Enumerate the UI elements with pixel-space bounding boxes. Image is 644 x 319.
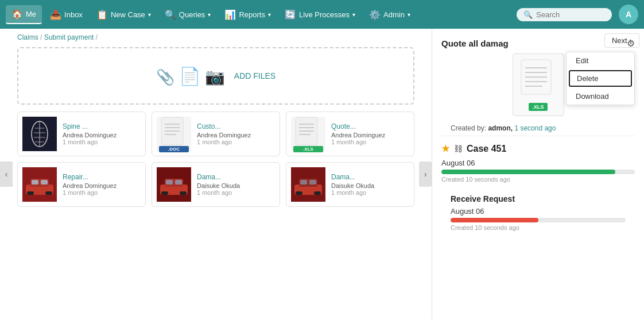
add-files-label: ADD FILES [234, 71, 276, 80]
doc-svg [159, 116, 189, 151]
context-menu-delete[interactable]: Delete [569, 70, 632, 87]
nav-item-inbox[interactable]: 📥 Inbox [44, 6, 88, 24]
file-author-spine: Andrea Dominguez [63, 132, 141, 139]
navbar: 🏠 Me 📥 Inbox 📋 New Case ▾ 🔍 Queries ▾ 📊 … [0, 0, 644, 29]
timeline-time-1: Created 10 seconds ago [441, 176, 635, 183]
context-menu-download[interactable]: Download [567, 88, 634, 105]
inbox-icon: 📥 [50, 9, 61, 20]
nav-label-reports: Reports [239, 10, 265, 19]
breadcrumb-submit-payment[interactable]: Submit payment [44, 33, 94, 41]
context-menu: Edit Delete Download [566, 52, 635, 105]
reports-caret-icon: ▾ [268, 11, 271, 18]
new-case-caret-icon: ▾ [148, 11, 151, 18]
nav-label-me: Me [26, 10, 36, 18]
nav-item-live-processes[interactable]: 🔄 Live Processes ▾ [279, 6, 361, 24]
file-info-custo: Custo... Andrea Dominguez 1 month ago [197, 122, 275, 145]
nav-label-live-processes: Live Processes [299, 10, 350, 19]
star-icon[interactable]: ★ [441, 143, 449, 154]
receive-request-title: Receive Request [451, 194, 626, 203]
xls-svg [293, 116, 323, 151]
progress-bar-wrap-1 [441, 170, 635, 174]
svg-rect-29 [166, 180, 173, 185]
svg-rect-27 [161, 191, 168, 195]
svg-rect-21 [45, 191, 52, 195]
nav-label-inbox: Inbox [64, 10, 83, 19]
meta-time[interactable]: 1 second ago [514, 124, 556, 132]
link-icon: ⛓ [454, 144, 462, 153]
nav-item-admin[interactable]: ⚙️ Admin ▾ [363, 6, 416, 24]
gear-icon[interactable]: ⚙ [627, 38, 635, 49]
admin-icon: ⚙️ [369, 9, 381, 20]
svg-rect-22 [32, 180, 38, 185]
file-thumb-xls: .XLS [291, 117, 325, 151]
file-thumb-xray [22, 117, 57, 151]
quote-header: Quote all damag ⚙ Edit Delete Download [441, 38, 635, 49]
timeline-item-1: August 06 Created 10 seconds ago [441, 159, 635, 183]
progress-bar-1 [441, 170, 615, 174]
file-card-spine[interactable]: Spine ... Andrea Dominguez 1 month ago [17, 112, 146, 156]
nav-item-reports[interactable]: 📊 Reports ▾ [219, 6, 277, 24]
xls-doc-wrapper: .XLS [293, 116, 323, 152]
timeline-time-2: Created 10 seconds ago [451, 224, 626, 231]
camera-icon: 📷 [205, 67, 225, 86]
avatar-label: A [626, 10, 631, 19]
timeline-item-2: August 06 Created 10 seconds ago [451, 207, 626, 231]
file-author-dama2: Daisuke Okuda [331, 182, 409, 189]
file-name-spine: Spine ... [63, 122, 141, 130]
reports-icon: 📊 [224, 9, 236, 20]
upload-icons: 📎 📄 📷 [156, 66, 225, 86]
file-card-dama1[interactable]: Dama... Daisuke Okuda 1 month ago [152, 162, 280, 207]
file-card-dama2[interactable]: Dama... Daisuke Okuda 1 month ago [286, 162, 414, 207]
file-thumb-doc: .DOC [157, 117, 191, 151]
panel-arrow-right[interactable]: › [419, 162, 432, 187]
file-name-custo: Custo... [197, 122, 275, 130]
queries-caret-icon: ▾ [208, 11, 211, 18]
progress-bar-wrap-2 [451, 218, 626, 222]
queries-icon: 🔍 [165, 9, 176, 20]
search-bar[interactable]: 🔍 [517, 8, 612, 21]
xls-badge: .XLS [293, 146, 323, 152]
file-card-repair[interactable]: Repair... Andrea Dominguez 1 month ago [17, 162, 146, 207]
quote-title: Quote all damag [441, 39, 509, 48]
case-number: Case 451 [467, 144, 506, 154]
file-author-dama1: Daisuke Okuda [197, 182, 275, 189]
panel-arrow-left[interactable]: ‹ [0, 162, 13, 187]
file-card-custo[interactable]: .DOC Custo... Andrea Dominguez 1 month a… [152, 112, 280, 156]
meta-created-by: Created by: admon, 1 second ago [441, 121, 635, 136]
file-info-quote: Quote... Andrea Dominguez 1 month ago [331, 122, 409, 145]
file-time-dama2: 1 month ago [331, 189, 409, 196]
file-info-dama1: Dama... Daisuke Okuda 1 month ago [197, 173, 275, 196]
file-card-quote[interactable]: .XLS Quote... Andrea Dominguez 1 month a… [286, 112, 414, 156]
nav-item-new-case[interactable]: 📋 New Case ▾ [91, 6, 157, 24]
file-time-dama1: 1 month ago [197, 189, 275, 196]
svg-rect-36 [300, 180, 307, 185]
main-layout: ‹ Claims / Submit payment / 📎 📄 📷 ADD FI… [0, 29, 644, 319]
admin-caret-icon: ▾ [408, 11, 410, 18]
home-icon: 🏠 [11, 9, 23, 20]
timeline-label-1: August 06 [441, 159, 635, 167]
paperclip-icon: 📎 [156, 68, 174, 86]
file-info-repair: Repair... Andrea Dominguez 1 month ago [63, 173, 141, 196]
context-menu-edit[interactable]: Edit [567, 52, 634, 69]
breadcrumb: Claims / Submit payment / [0, 29, 432, 45]
file-thumb-car-repair [22, 167, 57, 202]
xls-preview-svg [518, 59, 558, 99]
car-svg-dama2 [291, 167, 325, 202]
nav-item-queries[interactable]: 🔍 Queries ▾ [159, 6, 217, 24]
xray-image [22, 117, 57, 151]
svg-rect-30 [175, 180, 182, 185]
file-info-dama2: Dama... Daisuke Okuda 1 month ago [331, 173, 409, 196]
breadcrumb-sep1: / [40, 33, 44, 41]
file-time-spine: 1 month ago [63, 139, 141, 145]
case-section: ★ ⛓ Case 451 August 06 Created 10 second… [432, 136, 644, 231]
file-thumb-car-dama1 [157, 167, 191, 202]
breadcrumb-claims[interactable]: Claims [17, 33, 38, 41]
timeline-label-2: August 06 [451, 207, 626, 216]
file-name-repair: Repair... [63, 173, 141, 181]
file-info-spine: Spine ... Andrea Dominguez 1 month ago [63, 122, 141, 145]
upload-area[interactable]: 📎 📄 📷 ADD FILES [17, 47, 414, 105]
nav-item-me[interactable]: 🏠 Me [6, 5, 42, 24]
avatar[interactable]: A [619, 5, 638, 24]
live-processes-caret-icon: ▾ [352, 11, 355, 18]
search-input[interactable] [536, 10, 605, 19]
